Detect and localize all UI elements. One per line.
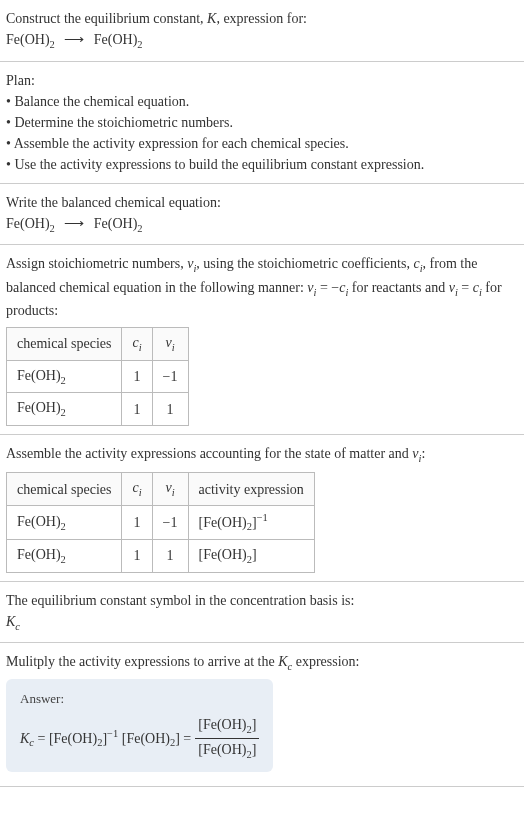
- t2: [Fe(OH): [122, 730, 170, 745]
- plan-list: Balance the chemical equation. Determine…: [6, 91, 518, 175]
- fdc: ]: [252, 742, 257, 757]
- stoich-table: chemical species ci νi Fe(OH)2 1 −1 Fe(O…: [6, 327, 189, 426]
- sps: 2: [61, 554, 66, 565]
- kc-expression: Kc = [Fe(OH)2]−1 [Fe(OH)2] = [Fe(OH)2] […: [20, 714, 259, 762]
- reactant: Fe(OH): [6, 32, 50, 47]
- fraction: [Fe(OH)2] [Fe(OH)2]: [195, 714, 259, 762]
- table-row: Fe(OH)2 1 −1 [Fe(OH)2]−1: [7, 505, 315, 539]
- th-species: chemical species: [7, 473, 122, 506]
- product-sub: 2: [137, 222, 142, 233]
- denominator: [Fe(OH)2]: [195, 739, 259, 763]
- numerator: [Fe(OH)2]: [195, 714, 259, 739]
- td-nui: −1: [152, 505, 188, 539]
- td-ci: 1: [122, 505, 152, 539]
- ks: c: [15, 620, 20, 631]
- t2c: ] =: [175, 730, 191, 745]
- assemble-section: Assemble the activity expressions accoun…: [0, 435, 524, 582]
- mk: K: [278, 654, 287, 669]
- plan-section: Plan: Balance the chemical equation. Det…: [0, 62, 524, 184]
- multiply-section: Mulitply the activity expressions to arr…: [0, 643, 524, 787]
- fnc: ]: [252, 717, 257, 732]
- balanced-equation: Fe(OH)2 ⟶ Fe(OH)2: [6, 213, 518, 237]
- table-header-row: chemical species ci νi activity expressi…: [7, 473, 315, 506]
- assign-section: Assign stoichiometric numbers, νi, using…: [0, 245, 524, 435]
- product: Fe(OH): [94, 32, 138, 47]
- td-nui: 1: [152, 540, 188, 573]
- symbol-heading: The equilibrium constant symbol in the c…: [6, 590, 518, 611]
- balanced-section: Write the balanced chemical equation: Fe…: [0, 184, 524, 246]
- table-header-row: chemical species ci νi: [7, 328, 189, 361]
- title-part1: Construct the equilibrium constant,: [6, 11, 207, 26]
- th-species: chemical species: [7, 328, 122, 361]
- assign-text: Assign stoichiometric numbers, νi, using…: [6, 253, 518, 321]
- activity-table: chemical species ci νi activity expressi…: [6, 472, 315, 572]
- ci-hs: i: [139, 487, 142, 498]
- td-species: Fe(OH)2: [7, 393, 122, 426]
- eq2m: =: [458, 280, 473, 295]
- plan-item: Use the activity expressions to build th…: [6, 154, 518, 175]
- mhe: expression:: [292, 654, 359, 669]
- assign-t1: Assign stoichiometric numbers,: [6, 256, 187, 271]
- table-row: Fe(OH)2 1 1 [Fe(OH)2]: [7, 540, 315, 573]
- td-activity: [Fe(OH)2]−1: [188, 505, 314, 539]
- t1e: −1: [107, 728, 118, 739]
- multiply-heading: Mulitply the activity expressions to arr…: [6, 651, 518, 675]
- plan-item: Balance the chemical equation.: [6, 91, 518, 112]
- plan-item: Assemble the activity expression for eac…: [6, 133, 518, 154]
- td-ci: 1: [122, 540, 152, 573]
- sp: Fe(OH): [17, 400, 61, 415]
- arrow-icon: ⟶: [64, 29, 84, 50]
- reactant-sub: 2: [50, 39, 55, 50]
- nui-hs: i: [172, 342, 175, 353]
- table-row: Fe(OH)2 1 1: [7, 393, 189, 426]
- table-row: Fe(OH)2 1 −1: [7, 360, 189, 393]
- fn: [Fe(OH): [198, 717, 246, 732]
- answer-box: Answer: Kc = [Fe(OH)2]−1 [Fe(OH)2] = [Fe…: [6, 679, 273, 773]
- plan-item: Determine the stoichiometric numbers.: [6, 112, 518, 133]
- td-nui: −1: [152, 360, 188, 393]
- td-species: Fe(OH)2: [7, 360, 122, 393]
- product: Fe(OH): [94, 216, 138, 231]
- td-ci: 1: [122, 393, 152, 426]
- product-sub: 2: [137, 39, 142, 50]
- assemble-heading: Assemble the activity expressions accoun…: [6, 443, 518, 467]
- assign-t4: for reactants and: [348, 280, 448, 295]
- kc: K: [20, 730, 29, 745]
- eq: =: [34, 730, 49, 745]
- reactant-sub: 2: [50, 222, 55, 233]
- th-ci: ci: [122, 328, 152, 361]
- eq1m: = −: [316, 280, 339, 295]
- reactant: Fe(OH): [6, 216, 50, 231]
- arrow-icon: ⟶: [64, 213, 84, 234]
- td-species: Fe(OH)2: [7, 505, 122, 539]
- symbol-value: Kc: [6, 611, 518, 635]
- title-k: K: [207, 11, 216, 26]
- ab: [Fe(OH): [199, 515, 247, 530]
- symbol-section: The equilibrium constant symbol in the c…: [0, 582, 524, 644]
- nui-hs: i: [172, 487, 175, 498]
- ab: [Fe(OH): [199, 547, 247, 562]
- mh1: Mulitply the activity expressions to arr…: [6, 654, 278, 669]
- sps: 2: [61, 521, 66, 532]
- th-nui: νi: [152, 473, 188, 506]
- balanced-heading: Write the balanced chemical equation:: [6, 192, 518, 213]
- k: K: [6, 614, 15, 629]
- assign-t2: , using the stoichiometric coefficients,: [196, 256, 413, 271]
- ah1: Assemble the activity expressions accoun…: [6, 446, 412, 461]
- th-nui: νi: [152, 328, 188, 361]
- sp: Fe(OH): [17, 514, 61, 529]
- t1: [Fe(OH): [49, 730, 97, 745]
- header-equation: Fe(OH)2 ⟶ Fe(OH)2: [6, 29, 518, 53]
- header-section: Construct the equilibrium constant, K, e…: [0, 0, 524, 62]
- sp: Fe(OH): [17, 547, 61, 562]
- ci-hs: i: [139, 342, 142, 353]
- td-nui: 1: [152, 393, 188, 426]
- sps: 2: [61, 375, 66, 386]
- answer-label: Answer:: [20, 689, 259, 709]
- title-part2: , expression for:: [216, 11, 307, 26]
- th-activity: activity expression: [188, 473, 314, 506]
- td-activity: [Fe(OH)2]: [188, 540, 314, 573]
- ae: −1: [257, 512, 268, 523]
- sps: 2: [61, 407, 66, 418]
- td-species: Fe(OH)2: [7, 540, 122, 573]
